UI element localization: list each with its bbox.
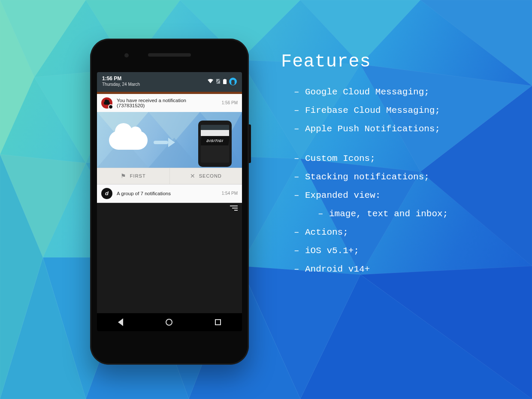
feature-item: Android v14+ bbox=[281, 265, 448, 274]
mini-phone-graphic: DISITIGI bbox=[198, 121, 232, 167]
feature-spacer bbox=[281, 143, 448, 154]
android-navbar bbox=[97, 313, 242, 331]
nav-back-button[interactable] bbox=[118, 318, 123, 326]
statusbar-time: 1:56 PM bbox=[102, 76, 140, 82]
svg-rect-26 bbox=[223, 79, 227, 84]
clear-all-icon bbox=[230, 206, 238, 211]
action-first-label: FIRST bbox=[130, 173, 146, 178]
action-second-button[interactable]: ✕ SECOND bbox=[169, 168, 242, 184]
features-panel: Features Google Cloud Messaging; Firebas… bbox=[281, 51, 448, 283]
phone-frame: 1:56 PM Thursday, 24 March You have rece… bbox=[90, 39, 249, 365]
notification-shade-header[interactable]: 1:56 PM Thursday, 24 March bbox=[97, 72, 242, 92]
flag-icon: ⚑ bbox=[121, 172, 127, 179]
close-icon: ✕ bbox=[190, 172, 196, 179]
notification-expanded-image: DISITIGI bbox=[97, 112, 242, 168]
notification-title: A group of 7 notifications bbox=[117, 191, 215, 196]
front-camera bbox=[124, 53, 129, 57]
notification-card-1[interactable]: You have received a notification (737831… bbox=[97, 94, 242, 184]
earpiece bbox=[148, 53, 191, 57]
feature-item: Custom Icons; bbox=[281, 154, 448, 163]
sim-icon bbox=[216, 79, 221, 84]
svg-rect-27 bbox=[224, 79, 226, 80]
feature-item: Actions; bbox=[281, 228, 448, 237]
clear-all-button[interactable] bbox=[97, 203, 242, 211]
mini-logo-text: DISITIGI bbox=[201, 136, 229, 145]
statusbar-date: Thursday, 24 March bbox=[102, 82, 140, 88]
notification-title: You have received a notification (737831… bbox=[117, 98, 215, 108]
notification-app-icon bbox=[101, 97, 112, 109]
feature-item: Google Cloud Messaging; bbox=[281, 88, 448, 97]
wifi-icon bbox=[208, 79, 213, 84]
action-second-label: SECOND bbox=[199, 173, 222, 178]
notification-time: 1:54 PM bbox=[219, 191, 238, 196]
profile-avatar-icon[interactable] bbox=[229, 78, 237, 85]
notification-time: 1:56 PM bbox=[219, 100, 238, 105]
cloud-icon bbox=[109, 131, 148, 150]
feature-subitem: image, text and inbox; bbox=[281, 209, 448, 218]
notification-card-2[interactable]: d A group of 7 notifications 1:54 PM bbox=[97, 184, 242, 203]
nav-recent-button[interactable] bbox=[215, 319, 221, 325]
features-list: Google Cloud Messaging; Firebase Cloud M… bbox=[281, 88, 448, 274]
action-first-button[interactable]: ⚑ FIRST bbox=[97, 168, 169, 184]
arrow-icon bbox=[154, 139, 175, 146]
feature-item: Firebase Cloud Messaging; bbox=[281, 106, 448, 115]
feature-item: Apple Push Notifications; bbox=[281, 124, 448, 133]
notification-app-icon: d bbox=[101, 188, 112, 199]
statusbar-icons bbox=[208, 78, 237, 85]
battery-icon bbox=[223, 79, 227, 84]
background bbox=[0, 0, 532, 399]
phone-screen: 1:56 PM Thursday, 24 March You have rece… bbox=[97, 72, 242, 331]
feature-item: iOS v5.1+; bbox=[281, 246, 448, 255]
nav-home-button[interactable] bbox=[166, 319, 172, 326]
feature-item: Stacking notifications; bbox=[281, 172, 448, 181]
feature-item: Expanded view: bbox=[281, 191, 448, 200]
notification-actions: ⚑ FIRST ✕ SECOND bbox=[97, 168, 242, 184]
features-heading: Features bbox=[281, 51, 448, 72]
